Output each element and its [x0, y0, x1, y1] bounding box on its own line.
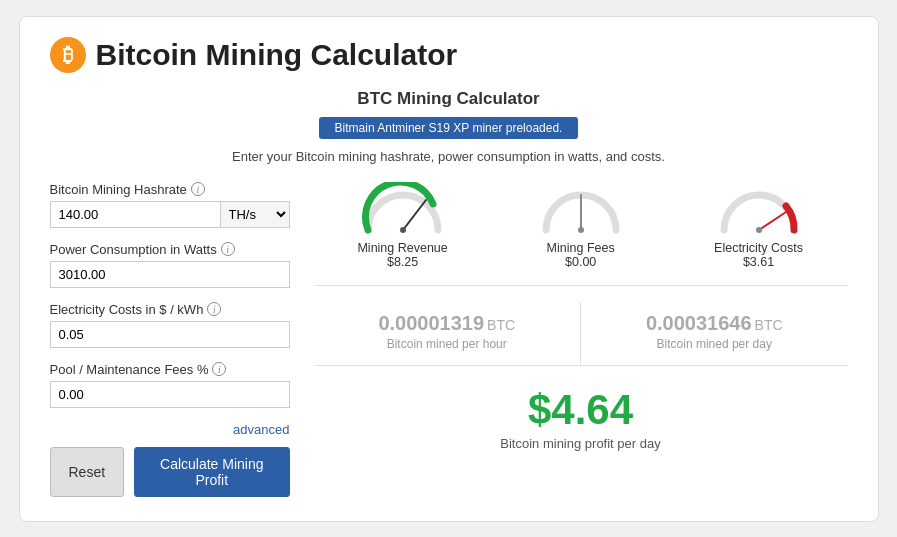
fees-input[interactable] [50, 381, 290, 408]
svg-line-6 [759, 212, 786, 230]
btc-per-day-amount: 0.00031646BTC [591, 312, 838, 335]
advanced-link-container: advanced [50, 422, 290, 437]
fees-gauge-label: Mining Fees [547, 241, 615, 255]
electricity-gauge-svg [714, 182, 804, 237]
profit-section: $4.64 Bitcoin mining profit per day [314, 382, 848, 451]
revenue-gauge-value: $8.25 [387, 255, 418, 269]
fees-label: Pool / Maintenance Fees % i [50, 362, 290, 377]
page-title: Bitcoin Mining Calculator [96, 38, 458, 72]
btc-row: 0.00001319BTC Bitcoin mined per hour 0.0… [314, 302, 848, 366]
left-panel: Bitcoin Mining Hashrate i TH/s GH/s MH/s… [50, 182, 290, 497]
power-label: Power Consumption in Watts i [50, 242, 290, 257]
svg-line-2 [403, 200, 426, 230]
electricity-label: Electricity Costs in $ / kWh i [50, 302, 290, 317]
electricity-gauge-value: $3.61 [743, 255, 774, 269]
advanced-link[interactable]: advanced [233, 422, 289, 437]
btc-per-hour-amount: 0.00001319BTC [324, 312, 571, 335]
fees-gauge-svg [536, 182, 626, 237]
svg-text:₿: ₿ [63, 44, 73, 66]
svg-point-3 [400, 227, 406, 233]
electricity-gauge: Electricity Costs $3.61 [714, 182, 804, 269]
main-layout: Bitcoin Mining Hashrate i TH/s GH/s MH/s… [50, 182, 848, 497]
calculate-button[interactable]: Calculate Mining Profit [134, 447, 289, 497]
profit-value: $4.64 [314, 386, 848, 434]
btc-per-hour-cell: 0.00001319BTC Bitcoin mined per hour [314, 302, 582, 365]
electricity-input[interactable] [50, 321, 290, 348]
power-group: Power Consumption in Watts i [50, 242, 290, 288]
calculator-title: BTC Mining Calculator [50, 89, 848, 109]
fees-info-icon[interactable]: i [212, 362, 226, 376]
calculator-container: ₿ Bitcoin Mining Calculator BTC Mining C… [19, 16, 879, 522]
hashrate-unit-select[interactable]: TH/s GH/s MH/s [220, 201, 290, 228]
reset-button[interactable]: Reset [50, 447, 125, 497]
hashrate-input-row: TH/s GH/s MH/s [50, 201, 290, 228]
revenue-gauge: Mining Revenue $8.25 [357, 182, 447, 269]
profit-desc: Bitcoin mining profit per day [314, 436, 848, 451]
fees-group: Pool / Maintenance Fees % i [50, 362, 290, 408]
electricity-group: Electricity Costs in $ / kWh i [50, 302, 290, 348]
miner-badge: Bitmain Antminer S19 XP miner preloaded. [319, 117, 579, 139]
header: ₿ Bitcoin Mining Calculator [50, 37, 848, 73]
electricity-gauge-label: Electricity Costs [714, 241, 803, 255]
hashrate-label: Bitcoin Mining Hashrate i [50, 182, 290, 197]
bitcoin-logo-icon: ₿ [50, 37, 86, 73]
revenue-gauge-svg [358, 182, 448, 237]
hashrate-group: Bitcoin Mining Hashrate i TH/s GH/s MH/s [50, 182, 290, 228]
btc-per-hour-desc: Bitcoin mined per hour [324, 337, 571, 351]
electricity-info-icon[interactable]: i [207, 302, 221, 316]
power-info-icon[interactable]: i [221, 242, 235, 256]
right-panel: Mining Revenue $8.25 Mining Fees $0.00 [314, 182, 848, 497]
power-input[interactable] [50, 261, 290, 288]
button-row: Reset Calculate Mining Profit [50, 447, 290, 497]
hashrate-info-icon[interactable]: i [191, 182, 205, 196]
btc-per-day-desc: Bitcoin mined per day [591, 337, 838, 351]
subtitle: Enter your Bitcoin mining hashrate, powe… [50, 149, 848, 164]
svg-point-5 [578, 227, 584, 233]
fees-gauge-value: $0.00 [565, 255, 596, 269]
gauges-row: Mining Revenue $8.25 Mining Fees $0.00 [314, 182, 848, 286]
svg-point-7 [756, 227, 762, 233]
fees-gauge: Mining Fees $0.00 [536, 182, 626, 269]
hashrate-input[interactable] [50, 201, 220, 228]
revenue-gauge-label: Mining Revenue [357, 241, 447, 255]
btc-per-day-cell: 0.00031646BTC Bitcoin mined per day [581, 302, 848, 365]
